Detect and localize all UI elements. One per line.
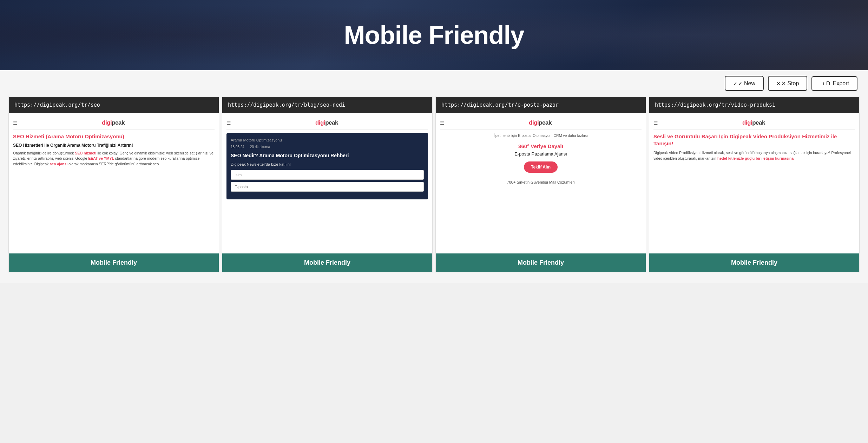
logo-4: digipeak [742,119,765,126]
card2-readtime: 20 dk okuma [250,145,270,149]
main-content: https://digipeak.org/tr/seo ☰ digipeak S… [0,97,868,283]
export-icon: 🗋 [820,81,825,86]
mobile-sim-1: ☰ digipeak SEO Hizmeti (Arama Motoru Opt… [9,113,219,253]
new-button[interactable]: ✓ ✓ New [725,76,764,91]
card2-dark-section: Arama Motoru Optimizasyonu 18.03.24 20 d… [226,133,428,199]
page-header: Mobile Friendly [0,0,868,70]
card1-body: Organik trafiğinizi gelire dönüştürmek S… [13,151,215,167]
url-bar-4: https://digipeak.org/tr/video-produksi [649,97,859,113]
card-body-2: ☰ digipeak Arama Motoru Optimizasyonu 18… [222,113,432,253]
card-footer-2: Mobile Friendly [222,253,432,272]
hamburger-icon-4: ☰ [653,120,658,126]
card-email: https://digipeak.org/tr/e-posta-pazar ☰ … [435,97,646,272]
card-video: https://digipeak.org/tr/video-produksi ☰… [649,97,860,272]
card2-date: 18.03.24 [231,145,244,149]
card-body-3: ☰ digipeak İşletmeniz için E-posta, Otom… [436,113,646,253]
card3-stat: 700+ Şirketin Güvendiği Mail Çözümleri [440,180,642,185]
card2-email-input[interactable] [231,182,424,192]
card2-meta: 18.03.24 20 dk okuma [231,145,424,149]
logo-3: digipeak [529,119,552,126]
card2-newsletter-label: Digipeak Newsletter'da bize katılın! [231,162,424,166]
card4-body: Digipeak Video Prodüksiyon Hizmeti olara… [653,150,855,161]
card2-category: Arama Motoru Optimizasyonu [231,138,424,142]
toolbar: ✓ ✓ New ✕ ✕ Stop 🗋 🗋 Export [0,70,868,97]
check-icon: ✓ [733,81,737,86]
card-body-1: ☰ digipeak SEO Hizmeti (Arama Motoru Opt… [9,113,219,253]
card3-service: E-posta Pazarlama Ajansı [440,151,642,157]
mob-header-4: ☰ digipeak [653,117,855,130]
mobile-sim-4: ☰ digipeak Sesli ve Görüntülü Başarı İçi… [649,113,859,253]
cards-grid: https://digipeak.org/tr/seo ☰ digipeak S… [7,97,861,272]
card3-cta-button[interactable]: Teklif Alın [524,161,558,173]
card-blog: https://digipeak.org/tr/blog/seo-nedi ☰ … [222,97,433,272]
card-body-4: ☰ digipeak Sesli ve Görüntülü Başarı İçi… [649,113,859,253]
x-icon: ✕ [776,81,781,86]
page-title: Mobile Friendly [344,21,524,49]
mob-header-2: ☰ digipeak [226,117,428,130]
card2-name-input[interactable] [231,170,424,180]
hamburger-icon-2: ☰ [226,120,231,126]
logo-1: digipeak [102,119,125,126]
card2-title: SEO Nedir? Arama Motoru Optimizasyonu Re… [231,152,424,159]
export-button[interactable]: 🗋 🗋 Export [811,76,857,91]
card1-heading: SEO Hizmeti (Arama Motoru Optimizasyonu) [13,133,215,140]
url-bar-2: https://digipeak.org/tr/blog/seo-nedi [222,97,432,113]
card3-tagline: İşletmeniz için E-posta, Otomasyon, CRM … [440,133,642,138]
card1-subtitle: SEO Hizmetleri ile Organik Arama Motoru … [13,143,215,148]
hamburger-icon-1: ☰ [13,120,18,126]
card-footer-3: Mobile Friendly [436,253,646,272]
card4-heading: Sesli ve Görüntülü Başarı İçin Digipeak … [653,133,855,147]
url-bar-3: https://digipeak.org/tr/e-posta-pazar [436,97,646,113]
mobile-sim-2: ☰ digipeak Arama Motoru Optimizasyonu 18… [222,113,432,253]
card3-main-title: 360° Veriye Dayalı [440,143,642,149]
url-bar-1: https://digipeak.org/tr/seo [9,97,219,113]
mobile-sim-3: ☰ digipeak İşletmeniz için E-posta, Otom… [436,113,646,253]
hamburger-icon-3: ☰ [440,120,445,126]
card-seo: https://digipeak.org/tr/seo ☰ digipeak S… [8,97,219,272]
mob-header-3: ☰ digipeak [440,117,642,130]
logo-2: digipeak [315,119,338,126]
stop-button[interactable]: ✕ ✕ Stop [768,76,807,91]
card-footer-1: Mobile Friendly [9,253,219,272]
mob-header-1: ☰ digipeak [13,117,215,130]
card-footer-4: Mobile Friendly [649,253,859,272]
